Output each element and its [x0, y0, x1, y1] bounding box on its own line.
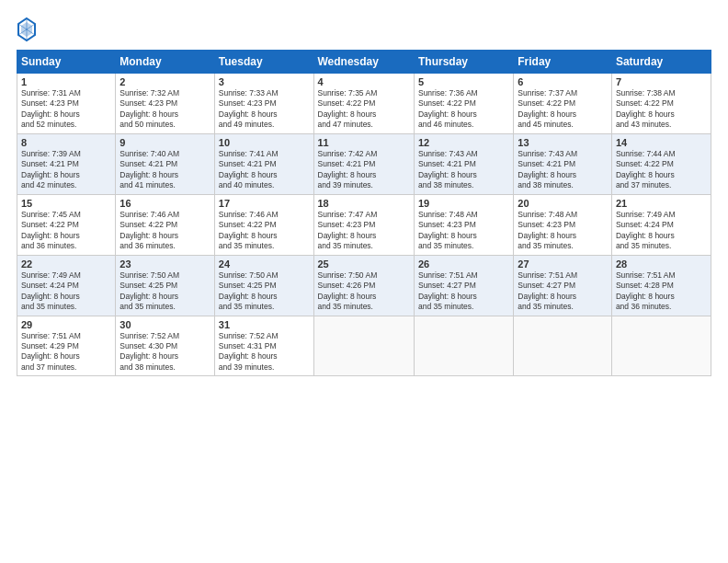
day-number: 27 — [518, 259, 608, 270]
day-cell: 8Sunrise: 7:39 AMSunset: 4:21 PMDaylight… — [17, 133, 116, 194]
day-info: Sunrise: 7:31 AMSunset: 4:23 PMDaylight:… — [21, 88, 111, 131]
day-info: Sunrise: 7:50 AMSunset: 4:26 PMDaylight:… — [318, 270, 410, 313]
day-cell: 24Sunrise: 7:50 AMSunset: 4:25 PMDayligh… — [214, 255, 313, 316]
day-number: 19 — [418, 198, 509, 209]
day-info: Sunrise: 7:45 AMSunset: 4:22 PMDaylight:… — [21, 210, 111, 252]
day-number: 11 — [318, 137, 410, 148]
day-cell: 28Sunrise: 7:51 AMSunset: 4:28 PMDayligh… — [611, 255, 711, 316]
day-number: 7 — [616, 76, 707, 87]
day-cell — [313, 316, 414, 376]
day-cell: 10Sunrise: 7:41 AMSunset: 4:21 PMDayligh… — [214, 133, 313, 194]
day-number: 31 — [219, 319, 310, 330]
day-cell: 11Sunrise: 7:42 AMSunset: 4:21 PMDayligh… — [313, 133, 414, 194]
day-info: Sunrise: 7:46 AMSunset: 4:22 PMDaylight:… — [119, 210, 210, 252]
day-info: Sunrise: 7:39 AMSunset: 4:21 PMDaylight:… — [21, 149, 111, 191]
day-cell: 2Sunrise: 7:32 AMSunset: 4:23 PMDaylight… — [116, 74, 214, 134]
day-cell: 27Sunrise: 7:51 AMSunset: 4:27 PMDayligh… — [514, 255, 612, 316]
day-cell: 29Sunrise: 7:51 AMSunset: 4:29 PMDayligh… — [17, 316, 116, 376]
day-number: 23 — [119, 259, 210, 270]
week-row-5: 29Sunrise: 7:51 AMSunset: 4:29 PMDayligh… — [17, 316, 711, 376]
day-info: Sunrise: 7:51 AMSunset: 4:27 PMDaylight:… — [418, 270, 509, 313]
day-number: 5 — [418, 76, 509, 87]
day-info: Sunrise: 7:42 AMSunset: 4:21 PMDaylight:… — [318, 149, 410, 191]
day-cell: 25Sunrise: 7:50 AMSunset: 4:26 PMDayligh… — [313, 255, 414, 316]
day-info: Sunrise: 7:51 AMSunset: 4:28 PMDaylight:… — [616, 270, 707, 313]
col-header-monday: Monday — [116, 51, 214, 74]
day-cell: 20Sunrise: 7:48 AMSunset: 4:23 PMDayligh… — [514, 194, 612, 255]
day-info: Sunrise: 7:48 AMSunset: 4:23 PMDaylight:… — [418, 210, 509, 252]
week-row-1: 1Sunrise: 7:31 AMSunset: 4:23 PMDaylight… — [17, 74, 711, 134]
day-number: 12 — [418, 137, 509, 148]
day-info: Sunrise: 7:51 AMSunset: 4:27 PMDaylight:… — [518, 270, 608, 313]
day-cell: 5Sunrise: 7:36 AMSunset: 4:22 PMDaylight… — [414, 74, 513, 134]
day-cell: 26Sunrise: 7:51 AMSunset: 4:27 PMDayligh… — [414, 255, 513, 316]
day-info: Sunrise: 7:47 AMSunset: 4:23 PMDaylight:… — [318, 210, 410, 252]
col-header-tuesday: Tuesday — [214, 51, 313, 74]
logo-icon — [17, 17, 37, 42]
col-header-sunday: Sunday — [17, 51, 116, 74]
day-number: 26 — [418, 259, 509, 270]
day-cell: 17Sunrise: 7:46 AMSunset: 4:22 PMDayligh… — [214, 194, 313, 255]
day-cell: 15Sunrise: 7:45 AMSunset: 4:22 PMDayligh… — [17, 194, 116, 255]
day-info: Sunrise: 7:44 AMSunset: 4:22 PMDaylight:… — [616, 149, 707, 191]
day-number: 6 — [518, 76, 608, 87]
day-number: 24 — [219, 259, 310, 270]
day-number: 8 — [21, 137, 111, 148]
day-number: 15 — [21, 198, 111, 209]
day-cell: 18Sunrise: 7:47 AMSunset: 4:23 PMDayligh… — [313, 194, 414, 255]
day-number: 3 — [219, 76, 310, 87]
day-info: Sunrise: 7:35 AMSunset: 4:22 PMDaylight:… — [318, 88, 410, 131]
day-number: 20 — [518, 198, 608, 209]
day-number: 18 — [318, 198, 410, 209]
day-info: Sunrise: 7:41 AMSunset: 4:21 PMDaylight:… — [219, 149, 310, 191]
day-number: 9 — [119, 137, 210, 148]
day-cell: 23Sunrise: 7:50 AMSunset: 4:25 PMDayligh… — [116, 255, 214, 316]
day-info: Sunrise: 7:49 AMSunset: 4:24 PMDaylight:… — [21, 270, 111, 313]
day-cell: 14Sunrise: 7:44 AMSunset: 4:22 PMDayligh… — [611, 133, 711, 194]
day-info: Sunrise: 7:43 AMSunset: 4:21 PMDaylight:… — [518, 149, 608, 191]
header-row: SundayMondayTuesdayWednesdayThursdayFrid… — [17, 51, 711, 74]
col-header-friday: Friday — [514, 51, 612, 74]
day-info: Sunrise: 7:37 AMSunset: 4:22 PMDaylight:… — [518, 88, 608, 131]
logo — [17, 17, 40, 42]
day-info: Sunrise: 7:52 AMSunset: 4:31 PMDaylight:… — [219, 331, 310, 373]
day-cell: 7Sunrise: 7:38 AMSunset: 4:22 PMDaylight… — [611, 74, 711, 134]
day-info: Sunrise: 7:52 AMSunset: 4:30 PMDaylight:… — [119, 331, 210, 373]
day-cell: 9Sunrise: 7:40 AMSunset: 4:21 PMDaylight… — [116, 133, 214, 194]
day-cell: 30Sunrise: 7:52 AMSunset: 4:30 PMDayligh… — [116, 316, 214, 376]
calendar-table: SundayMondayTuesdayWednesdayThursdayFrid… — [17, 50, 711, 376]
day-cell: 1Sunrise: 7:31 AMSunset: 4:23 PMDaylight… — [17, 74, 116, 134]
header — [17, 17, 711, 42]
day-number: 29 — [21, 319, 111, 330]
day-cell — [514, 316, 612, 376]
day-info: Sunrise: 7:46 AMSunset: 4:22 PMDaylight:… — [219, 210, 310, 252]
day-number: 21 — [616, 198, 707, 209]
day-info: Sunrise: 7:32 AMSunset: 4:23 PMDaylight:… — [119, 88, 210, 131]
page: SundayMondayTuesdayWednesdayThursdayFrid… — [0, 0, 728, 563]
week-row-4: 22Sunrise: 7:49 AMSunset: 4:24 PMDayligh… — [17, 255, 711, 316]
day-cell: 12Sunrise: 7:43 AMSunset: 4:21 PMDayligh… — [414, 133, 513, 194]
day-number: 2 — [119, 76, 210, 87]
day-number: 10 — [219, 137, 310, 148]
day-number: 13 — [518, 137, 608, 148]
day-info: Sunrise: 7:40 AMSunset: 4:21 PMDaylight:… — [119, 149, 210, 191]
day-cell: 6Sunrise: 7:37 AMSunset: 4:22 PMDaylight… — [514, 74, 612, 134]
day-info: Sunrise: 7:51 AMSunset: 4:29 PMDaylight:… — [21, 331, 111, 373]
day-info: Sunrise: 7:38 AMSunset: 4:22 PMDaylight:… — [616, 88, 707, 131]
day-info: Sunrise: 7:48 AMSunset: 4:23 PMDaylight:… — [518, 210, 608, 252]
day-cell: 3Sunrise: 7:33 AMSunset: 4:23 PMDaylight… — [214, 74, 313, 134]
week-row-2: 8Sunrise: 7:39 AMSunset: 4:21 PMDaylight… — [17, 133, 711, 194]
day-number: 4 — [318, 76, 410, 87]
day-number: 16 — [119, 198, 210, 209]
col-header-saturday: Saturday — [611, 51, 711, 74]
day-info: Sunrise: 7:33 AMSunset: 4:23 PMDaylight:… — [219, 88, 310, 131]
day-cell: 31Sunrise: 7:52 AMSunset: 4:31 PMDayligh… — [214, 316, 313, 376]
day-info: Sunrise: 7:50 AMSunset: 4:25 PMDaylight:… — [119, 270, 210, 313]
day-info: Sunrise: 7:43 AMSunset: 4:21 PMDaylight:… — [418, 149, 509, 191]
day-info: Sunrise: 7:36 AMSunset: 4:22 PMDaylight:… — [418, 88, 509, 131]
day-info: Sunrise: 7:50 AMSunset: 4:25 PMDaylight:… — [219, 270, 310, 313]
col-header-thursday: Thursday — [414, 51, 513, 74]
day-number: 14 — [616, 137, 707, 148]
day-number: 1 — [21, 76, 111, 87]
day-cell: 22Sunrise: 7:49 AMSunset: 4:24 PMDayligh… — [17, 255, 116, 316]
